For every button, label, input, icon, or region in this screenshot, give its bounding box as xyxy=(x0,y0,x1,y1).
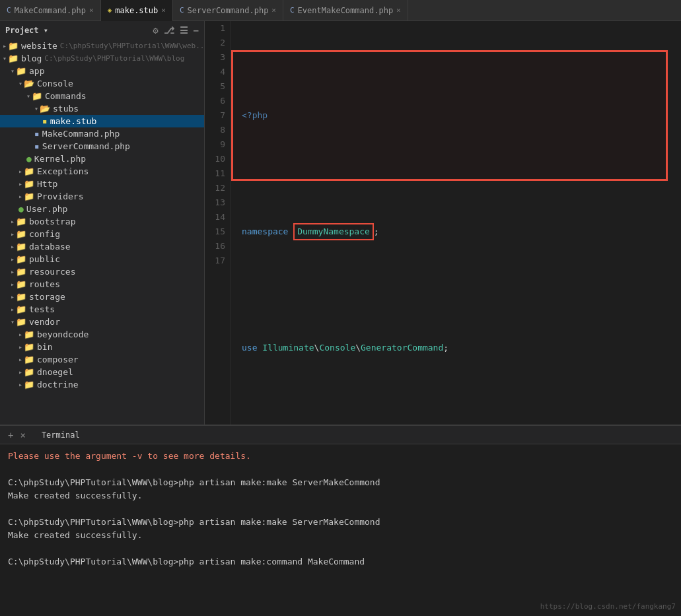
chevron-icon: ▸ xyxy=(18,193,22,200)
main-content: Project ▾ ⚙ ⎇ ☰ − ▸ 📁 website C:\phpStud… xyxy=(0,21,681,425)
tree-item-blog[interactable]: ▾ 📁 blog C:\phpStudy\PHPTutorial\WWW\blo… xyxy=(0,52,204,65)
tree-item-providers[interactable]: ▸ 📁 Providers xyxy=(0,190,204,203)
tree-label: dnoegel xyxy=(37,367,73,377)
chevron-icon: ▾ xyxy=(18,80,22,87)
close-icon[interactable]: × xyxy=(271,6,276,15)
tree-item-routes[interactable]: ▸ 📁 routes xyxy=(0,278,204,291)
tree-label: database xyxy=(29,242,71,252)
minimize-icon[interactable]: − xyxy=(194,25,199,36)
chevron-icon: ▸ xyxy=(11,306,15,313)
folder-icon: 📂 xyxy=(24,79,34,88)
tree-item-userphp[interactable]: ● User.php xyxy=(0,203,204,215)
tree-item-makestub[interactable]: ▪ make.stub ← xyxy=(0,115,204,127)
folder-icon: 📁 xyxy=(16,292,26,302)
terminal-line-prompt2: C:\phpStudy\PHPTutorial\WWW\blog>php art… xyxy=(8,516,673,529)
terminal-header: + × Terminal xyxy=(0,426,681,444)
tree-item-website[interactable]: ▸ 📁 website C:\phpStudy\PHPTutorial\WWW\… xyxy=(0,40,204,52)
editor-area: 12345 678910 1112131415 1617 <?php names… xyxy=(205,21,681,425)
chevron-icon: ▸ xyxy=(18,356,22,363)
tree-item-storage[interactable]: ▸ 📁 storage xyxy=(0,291,204,303)
tree-item-console[interactable]: ▾ 📂 Console xyxy=(0,77,204,90)
tree-path: C:\phpStudy\PHPTutorial\WWW\web... xyxy=(60,42,205,50)
terminal-close-btn[interactable]: × xyxy=(20,430,25,440)
code-line-6 xyxy=(242,399,681,413)
folder-icon: 📁 xyxy=(16,317,26,327)
close-icon[interactable]: × xyxy=(89,6,94,15)
tree-label: website xyxy=(21,41,57,51)
terminal-line-success2: Make created successfully. xyxy=(8,529,673,542)
tree-item-beyondcode[interactable]: ▸ 📁 beyondcode xyxy=(0,328,204,341)
tree-item-stubs[interactable]: ▾ 📂 stubs xyxy=(0,102,204,115)
chevron-icon: ▸ xyxy=(18,331,22,338)
project-label: Project ▾ xyxy=(5,26,48,35)
tree-label: resources xyxy=(29,267,75,277)
code-line-3: namespace DummyNamespace; xyxy=(242,224,681,239)
editor-content[interactable]: 12345 678910 1112131415 1617 <?php names… xyxy=(205,21,681,425)
php-file-icon: ▪ xyxy=(34,141,40,151)
tree-item-database[interactable]: ▸ 📁 database xyxy=(0,240,204,253)
tree-label: composer xyxy=(37,355,79,364)
terminal-tab-label[interactable]: Terminal xyxy=(42,430,80,440)
code-area[interactable]: <?php namespace DummyNamespace; use Illu… xyxy=(231,21,681,425)
terminal-add-btn[interactable]: + xyxy=(8,430,13,440)
tree-item-dnoegel[interactable]: ▸ 📁 dnoegel xyxy=(0,366,204,378)
tab-eventmake[interactable]: C EventMakeCommand.php × xyxy=(283,0,408,21)
tab-servercommand[interactable]: C ServerCommand.php × xyxy=(173,0,283,21)
tree-item-makecommand[interactable]: ▪ MakeCommand.php xyxy=(0,127,204,140)
folder-icon: 📁 xyxy=(24,367,34,377)
tree-item-tests[interactable]: ▸ 📁 tests xyxy=(0,303,204,316)
chevron-icon: ▸ xyxy=(11,293,15,300)
tree-item-kernel[interactable]: ● Kernel.php xyxy=(0,153,204,165)
dummy-namespace-highlight: DummyNamespace xyxy=(293,223,374,240)
tree-item-resources[interactable]: ▸ 📁 resources xyxy=(0,265,204,278)
folder-icon: 📁 xyxy=(24,380,34,390)
code-line-5: use Illuminate\Console\GeneratorCommand; xyxy=(242,341,681,355)
kernel-file-icon: ● xyxy=(18,204,24,214)
tree-item-bin[interactable]: ▸ 📁 bin xyxy=(0,341,204,353)
tab-label: ServerCommand.php xyxy=(188,6,269,15)
tree-label: app xyxy=(29,66,44,76)
watermark: https://blog.csdn.net/fangkang7 xyxy=(540,600,676,613)
terminal-content[interactable]: Please use the argument -v to see more d… xyxy=(0,444,681,616)
sidebar-header: Project ▾ ⚙ ⎇ ☰ − xyxy=(0,21,204,40)
terminal-area: + × Terminal Please use the argument -v … xyxy=(0,425,681,616)
php-icon: C xyxy=(7,6,11,15)
chevron-icon: ▾ xyxy=(11,318,15,325)
settings-icon[interactable]: ⚙ xyxy=(153,25,158,36)
terminal-line-success1: Make created successfully. xyxy=(8,489,673,502)
tree-item-app[interactable]: ▾ 📁 app xyxy=(0,65,204,77)
tree-item-exceptions[interactable]: ▸ 📁 Exceptions xyxy=(0,165,204,178)
folder-icon: 📁 xyxy=(24,329,34,339)
close-icon[interactable]: × xyxy=(396,6,401,15)
tree-label: Console xyxy=(37,79,73,88)
config-icon[interactable]: ☰ xyxy=(180,25,188,36)
split-icon[interactable]: ⎇ xyxy=(164,25,174,36)
tree-label: bootstrap xyxy=(29,217,75,226)
tree-item-commands[interactable]: ▾ 📁 Commands ← xyxy=(0,90,204,102)
close-icon[interactable]: × xyxy=(161,6,166,15)
folder-icon: 📁 xyxy=(24,179,34,189)
tree-item-doctrine[interactable]: ▸ 📁 doctrine xyxy=(0,378,204,391)
tree-label: public xyxy=(29,254,60,264)
tree-label: User.php xyxy=(26,204,68,214)
tab-makestub[interactable]: ◈ make.stub × xyxy=(101,0,173,21)
chevron-icon: ▸ xyxy=(11,256,15,263)
php-icon: C xyxy=(180,6,184,15)
tab-label: MakeCommand.php xyxy=(15,6,86,15)
php-icon: C xyxy=(290,6,295,15)
terminal-line-blank1 xyxy=(8,463,673,476)
tree-item-public[interactable]: ▸ 📁 public xyxy=(0,253,204,265)
tree-item-composer[interactable]: ▸ 📁 composer xyxy=(0,353,204,366)
tree-item-servercommand[interactable]: ▪ ServerCommand.php xyxy=(0,140,204,153)
folder-icon: 📁 xyxy=(24,342,34,352)
tab-makecommand[interactable]: C MakeCommand.php × xyxy=(0,0,101,21)
chevron-icon: ▸ xyxy=(11,268,15,275)
php-file-icon: ▪ xyxy=(34,129,40,139)
tree-item-config[interactable]: ▸ 📁 config xyxy=(0,228,204,240)
tree-label: Http xyxy=(37,179,57,189)
code-line-4 xyxy=(242,283,681,297)
tree-item-http[interactable]: ▸ 📁 Http xyxy=(0,178,204,190)
tree-item-bootstrap[interactable]: ▸ 📁 bootstrap xyxy=(0,215,204,228)
tree-label: storage xyxy=(29,292,65,302)
tree-item-vendor[interactable]: ▾ 📁 vendor xyxy=(0,316,204,328)
